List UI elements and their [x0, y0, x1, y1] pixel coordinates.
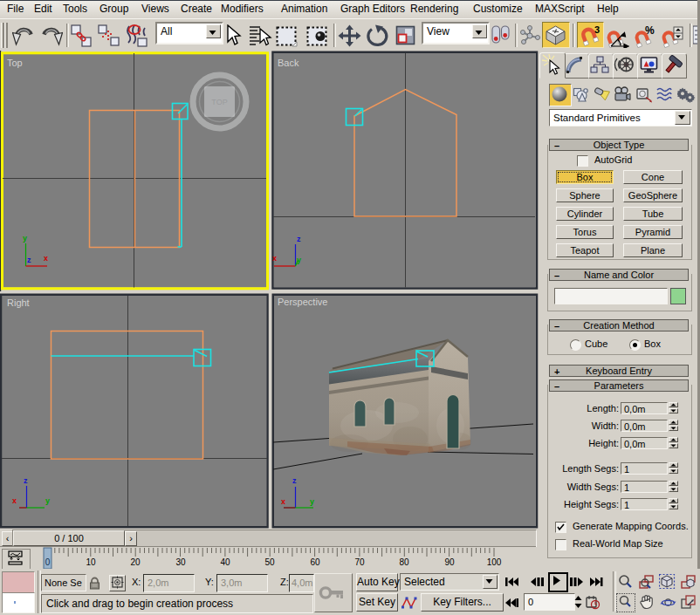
svg-text:10: 10 [86, 557, 96, 567]
svg-text:x: x [12, 496, 17, 505]
svg-text:z: z [292, 476, 297, 485]
svg-text:z: z [297, 235, 301, 243]
svg-text:y: y [310, 497, 314, 506]
svg-text:z: z [24, 476, 28, 485]
svg-text:TOP: TOP [211, 98, 227, 106]
svg-text:Back: Back [278, 58, 299, 68]
svg-text:x: x [272, 254, 277, 263]
svg-text:Right: Right [7, 297, 30, 308]
svg-text:20: 20 [130, 557, 141, 567]
svg-text:y: y [23, 234, 27, 243]
svg-text:3: 3 [594, 24, 600, 35]
svg-text:x: x [281, 497, 285, 506]
svg-text:80: 80 [399, 557, 409, 567]
svg-text:30: 30 [175, 557, 186, 567]
svg-text:40: 40 [220, 557, 230, 567]
svg-text:50: 50 [264, 557, 275, 567]
svg-text:%: % [645, 24, 655, 37]
svg-text:x: x [44, 254, 48, 263]
svg-text:Perspective: Perspective [278, 297, 327, 307]
svg-text:100: 100 [487, 557, 502, 567]
svg-text:90: 90 [444, 557, 455, 567]
svg-text:y: y [297, 256, 301, 264]
svg-text:z: z [27, 256, 31, 264]
svg-text:0: 0 [45, 557, 51, 567]
svg-text:60: 60 [310, 557, 320, 567]
svg-text:70: 70 [354, 557, 365, 567]
svg-text:Top: Top [7, 58, 23, 68]
svg-text:y: y [45, 496, 50, 505]
